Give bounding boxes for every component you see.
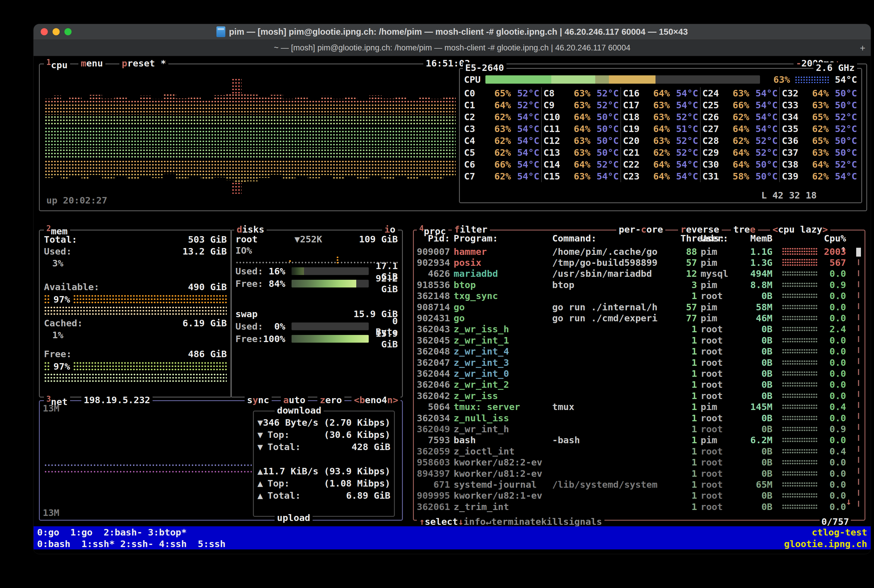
disk-root-io-row: IO% (235, 245, 398, 255)
process-row[interactable]: 362049 z_wr_int_h 1 root 0B 0.9 (417, 423, 853, 434)
select-up-icon[interactable]: ↑ (419, 516, 425, 527)
process-pid: 671 (417, 479, 450, 490)
core-usage: 64% (645, 88, 670, 99)
process-user: root (701, 446, 736, 457)
tmux-outer-windows[interactable]: 0:go 1:go 2:bash- 3:btop* (37, 527, 187, 538)
upload-total-row: ▲Total:6.89 GiB (257, 489, 390, 501)
proc-scrollbar-thumb[interactable] (856, 248, 861, 256)
process-row[interactable]: 4626 mariadbd /usr/sbin/mariadbd 12 mysq… (417, 268, 853, 279)
core-name: C15 (544, 171, 566, 182)
core-row: C3763%50°C (782, 147, 857, 158)
core-column-3: C1664%54°CC1763%54°CC1863%52°CC1964%51°C… (621, 87, 701, 182)
core-name: C8 (544, 88, 566, 99)
signals-action[interactable]: signals (563, 516, 602, 527)
core-temp: 50°C (590, 147, 619, 158)
proc-scrollbar-track[interactable] (858, 248, 859, 508)
process-mem: 58M (739, 302, 772, 312)
net-box-number: 3 (46, 394, 51, 404)
scroll-down-icon[interactable]: ↓ (846, 496, 851, 507)
core-usage: 65% (486, 88, 511, 99)
core-temp: 50°C (829, 100, 857, 110)
process-row[interactable]: 918536 btop btop 3 pim 8.8M 0.9 (417, 279, 853, 290)
process-row[interactable]: 958603 kworker/u82:2-ev 1 root 0B 0.0 (417, 457, 853, 468)
process-row[interactable]: 362045 z_wr_int_1 1 root 0B 0.0 (417, 334, 853, 346)
tab-title[interactable]: ~ — [mosh] pim@glootie.ipng.ch: /home/pi… (274, 44, 630, 52)
core-row: C2364%54°C (623, 170, 698, 182)
process-row[interactable]: 7593 bash -bash 1 pim 6.2M 0.0 (417, 435, 853, 446)
process-threads: 57 (680, 257, 697, 268)
net-auto-button[interactable]: auto (281, 394, 308, 405)
process-pid: 362048 (417, 346, 450, 357)
net-box: 3net 198.19.5.232 sync auto zero <beno4n… (39, 400, 403, 520)
new-tab-button[interactable]: + (860, 43, 865, 54)
tmux-inner-windows[interactable]: 0:bash 1:ssh* 2:ssh- 4:ssh 5:ssh (37, 538, 226, 549)
core-usage: 64% (724, 123, 749, 134)
process-command: /home/pim/.cache/go (552, 246, 677, 257)
core-name: C33 (782, 100, 804, 110)
select-down-icon[interactable]: ↓ (458, 516, 464, 527)
select-action[interactable]: select (425, 516, 458, 527)
process-row[interactable]: 362043 z_wr_iss_h 1 root 0B 2.4 (417, 324, 853, 334)
interval-decrease-button[interactable]: - (796, 58, 802, 69)
close-button[interactable] (41, 28, 48, 35)
process-row[interactable]: 671 systemd-journal /lib/systemd/system … (417, 479, 853, 490)
core-usage: 64% (645, 171, 670, 182)
cpu-total-label: CPU (464, 74, 481, 85)
process-pid: 908714 (417, 302, 450, 312)
core-temp: 54°C (670, 159, 698, 170)
cpu-graph-band-high (45, 93, 456, 103)
mem-cached-row: Cached:6.19 GiB (44, 317, 227, 329)
net-zero-button[interactable]: zero (317, 394, 344, 405)
net-sync-button[interactable]: sync (245, 394, 272, 405)
process-row[interactable]: 362148 txg_sync 1 root 0B 0.0 (417, 291, 853, 302)
net-interface-switcher[interactable]: <beno4n> (352, 394, 400, 405)
menu-button[interactable]: menu (78, 58, 105, 69)
net-stats-box: download upload ▼346 Byte/s (2.70 Kibps)… (253, 411, 395, 517)
process-row[interactable]: 5064 tmux: server tmux 1 pim 145M 0.4 (417, 401, 853, 412)
process-row[interactable]: 902431 go go run ./cmd/experi 77 pim 46M… (417, 312, 853, 323)
terminate-action[interactable]: terminate (491, 516, 541, 527)
process-row[interactable]: 362048 z_wr_int_4 1 root 0B 0.0 (417, 346, 853, 357)
process-program: posix (454, 257, 549, 268)
core-name: C18 (623, 111, 645, 122)
core-name: C28 (703, 135, 724, 146)
process-row[interactable]: 909007 hammer /home/pim/.cache/go 88 pim… (417, 246, 853, 257)
core-row: C1863%52°C (623, 111, 698, 123)
mem-cached-percent-row: 1% (44, 329, 227, 341)
uptime: up 20:02:27 (46, 195, 107, 206)
process-row[interactable]: 362044 z_wr_int_0 1 root 0B 0.0 (417, 368, 853, 379)
process-row[interactable]: 362034 z_null_iss 1 root 0B 0.0 (417, 412, 853, 423)
core-temp: 54°C (511, 171, 539, 182)
process-row[interactable]: 902934 posix /tmp/go-build598899 57 pim … (417, 257, 853, 268)
process-mem: 494M (739, 268, 772, 279)
core-row: C2063%52°C (623, 135, 698, 147)
core-temp: 50°C (590, 135, 619, 146)
cpu-graph-band-low2 (45, 148, 456, 159)
core-name: C17 (623, 100, 645, 110)
cpu-box-title[interactable]: 1cpu (44, 58, 70, 70)
info-action[interactable]: info (463, 516, 486, 527)
preset-button[interactable]: preset * (119, 58, 168, 69)
process-row[interactable]: 362061 z_trim_int 1 root 0B 0.0 (417, 501, 853, 512)
process-row[interactable]: 362047 z_wr_int_3 1 root 0B 0.0 (417, 357, 853, 368)
process-user: pim (701, 313, 736, 323)
disk-root-size: 109 GiB (359, 234, 398, 244)
zoom-button[interactable] (65, 28, 72, 35)
net-interface-next-button[interactable]: n> (387, 394, 398, 405)
core-temp: 52°C (749, 135, 778, 146)
kill-action[interactable]: kill (541, 516, 564, 527)
window-titlebar[interactable]: pim — [mosh] pim@glootie.ipng.ch: /home/… (33, 24, 871, 40)
minimize-button[interactable] (53, 28, 60, 35)
process-mem: 0B (739, 368, 772, 379)
process-row[interactable]: 894397 kworker/u81:2-ev 1 root 0B 0.0 (417, 468, 853, 479)
core-temp: 52°C (670, 111, 698, 122)
process-user: root (701, 501, 736, 512)
process-row[interactable]: 909995 kworker/u82:1-ev 1 root 0B 0.0 (417, 490, 853, 501)
process-row[interactable]: 362046 z_wr_int_2 1 root 0B 0.0 (417, 379, 853, 390)
process-pid: 362061 (417, 501, 450, 512)
process-row[interactable]: 362059 z_ioctl_int 1 root 0B 0.4 (417, 446, 853, 457)
net-interface-prev-button[interactable]: <b (354, 394, 365, 405)
process-row[interactable]: 362042 z_wr_iss 1 root 0B 0.0 (417, 390, 853, 401)
core-name: C9 (544, 100, 566, 110)
process-row[interactable]: 908714 go go run ./internal/h 57 pim 58M… (417, 302, 853, 312)
